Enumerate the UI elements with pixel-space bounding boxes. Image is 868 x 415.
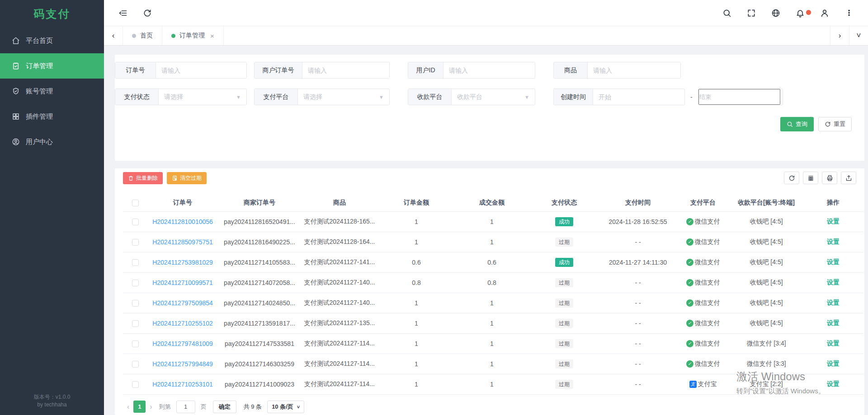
order-amount: 1 xyxy=(378,293,455,313)
tab-order-management[interactable]: 订单管理 × xyxy=(162,26,224,45)
table-refresh-icon[interactable] xyxy=(784,172,799,184)
row-checkbox[interactable] xyxy=(132,300,139,307)
tabs-scroll-left-icon[interactable]: ‹ xyxy=(104,26,123,45)
status-badge: 过期 xyxy=(555,298,573,308)
order-no-link[interactable]: H2024112797481009 xyxy=(152,340,213,347)
order-amount: 1 xyxy=(378,333,455,354)
chevron-down-icon: ▼ xyxy=(379,94,384,100)
row-checkbox[interactable] xyxy=(132,320,139,327)
search-icon[interactable] xyxy=(722,9,731,18)
row-checkbox[interactable] xyxy=(132,340,139,347)
filter-receive-platform[interactable]: 收款平台 收款平台 ▼ xyxy=(408,89,535,105)
refresh-icon[interactable] xyxy=(143,9,152,18)
sidebar-item-user-center[interactable]: 用户中心 xyxy=(0,129,104,154)
product-input[interactable] xyxy=(588,62,680,78)
select-all-checkbox[interactable] xyxy=(132,200,139,206)
page-size-select[interactable]: 10 条/页 ˅ xyxy=(267,401,304,413)
settings-link[interactable]: 设置 xyxy=(827,360,840,367)
goto-label: 到第 xyxy=(159,403,171,411)
user-id-input[interactable] xyxy=(443,62,535,78)
settings-link[interactable]: 设置 xyxy=(827,258,840,266)
pagination: ‹ 1 › 到第 页 确定 共 9 条 10 条/页 ˅ xyxy=(123,401,856,413)
filter-pay-platform[interactable]: 支付平台 请选择 ▼ xyxy=(254,89,390,105)
user-icon[interactable] xyxy=(820,9,829,18)
order-icon xyxy=(12,62,20,70)
settings-link[interactable]: 设置 xyxy=(827,319,840,326)
printer-icon[interactable] xyxy=(822,172,837,184)
more-vertical-icon[interactable]: ⋮ xyxy=(844,9,854,18)
order-amount: 1 xyxy=(378,313,455,333)
wechat-icon xyxy=(686,340,693,347)
clear-expired-button[interactable]: 清空过期 xyxy=(167,172,207,184)
date-start-input[interactable] xyxy=(593,89,684,105)
tabs-menu-chevron-down-icon[interactable]: ˅ xyxy=(849,26,868,45)
platform-name: 微信支付 xyxy=(695,258,720,266)
date-end-input[interactable] xyxy=(698,89,780,105)
columns-icon[interactable] xyxy=(803,172,818,184)
batch-delete-button[interactable]: 批量删除 xyxy=(123,172,163,184)
order-no-link[interactable]: H2024112810010056 xyxy=(152,218,213,225)
wechat-icon xyxy=(686,218,693,225)
settings-link[interactable]: 设置 xyxy=(827,340,840,347)
confirm-page-button[interactable]: 确定 xyxy=(213,401,236,413)
row-checkbox[interactable] xyxy=(132,361,139,368)
account-terminal: 收钱吧 [4:5] xyxy=(730,272,803,293)
sidebar: 码支付 平台首页 订单管理 账号管理 插件管理 用户中心 xyxy=(0,0,104,415)
reset-button[interactable]: 重置 xyxy=(818,117,852,131)
settings-link[interactable]: 设置 xyxy=(827,238,840,245)
order-no-link[interactable]: H2024112710099571 xyxy=(152,279,213,286)
next-page-icon[interactable]: › xyxy=(146,403,156,411)
total-count-label: 共 9 条 xyxy=(244,403,262,411)
export-icon[interactable] xyxy=(841,172,856,184)
row-checkbox[interactable] xyxy=(132,280,139,286)
prev-page-icon[interactable]: ‹ xyxy=(123,403,133,411)
filter-pay-status[interactable]: 支付状态 请选择 ▼ xyxy=(115,89,247,105)
settings-link[interactable]: 设置 xyxy=(827,279,840,286)
tabs-scroll-right-icon[interactable]: › xyxy=(830,26,849,45)
pay-time: - - xyxy=(599,374,676,394)
table-toolbar: 批量删除 清空过期 xyxy=(123,172,856,184)
goto-page-input[interactable] xyxy=(176,401,195,413)
order-no-link[interactable]: H2024112850975751 xyxy=(152,238,213,246)
sidebar-item-account-management[interactable]: 账号管理 xyxy=(0,79,104,104)
order-no-link[interactable]: H2024112797509854 xyxy=(152,299,213,307)
tab-close-icon[interactable]: × xyxy=(210,32,214,40)
globe-icon[interactable] xyxy=(771,9,780,18)
bell-icon[interactable] xyxy=(796,9,805,18)
product-name: 支付测试20241127-140... xyxy=(301,293,378,313)
paid-amount: 1 xyxy=(455,232,529,252)
order-no-link[interactable]: H2024112710255102 xyxy=(152,320,213,327)
version-author: by techhaha xyxy=(0,401,104,409)
settings-link[interactable]: 设置 xyxy=(827,218,840,225)
filter-merchant-order-no: 商户订单号 xyxy=(254,62,390,79)
tab-home[interactable]: 首页 xyxy=(123,26,162,45)
merchant-order-no-input[interactable] xyxy=(302,62,389,78)
collapse-sidebar-icon[interactable] xyxy=(118,9,127,18)
status-badge: 过期 xyxy=(555,380,573,389)
version-number: 版本号：v1.0.0 xyxy=(0,393,104,401)
order-no-link[interactable]: H2024112757994849 xyxy=(152,360,213,368)
filter-product: 商品 xyxy=(553,62,681,79)
order-no-input[interactable] xyxy=(156,62,246,78)
fullscreen-icon[interactable] xyxy=(747,9,756,18)
sidebar-item-plugin-management[interactable]: 插件管理 xyxy=(0,104,104,129)
settings-link[interactable]: 设置 xyxy=(827,299,840,306)
order-amount: 0.6 xyxy=(378,252,455,272)
sidebar-item-platform-home[interactable]: 平台首页 xyxy=(0,28,104,53)
select-all-cell xyxy=(123,194,147,211)
order-no-link[interactable]: H2024112753981029 xyxy=(152,259,213,266)
wechat-icon xyxy=(686,259,693,266)
settings-link[interactable]: 设置 xyxy=(827,380,840,387)
search-button[interactable]: 查询 xyxy=(780,117,814,131)
sidebar-item-order-management[interactable]: 订单管理 xyxy=(0,53,104,79)
order-no-link[interactable]: H2024112710253101 xyxy=(152,381,213,388)
row-checkbox[interactable] xyxy=(132,259,139,266)
row-checkbox[interactable] xyxy=(132,239,139,246)
status-badge: 过期 xyxy=(555,359,573,368)
product-name: 支付测试20241127-114... xyxy=(301,354,378,374)
page-number-button[interactable]: 1 xyxy=(133,401,146,413)
product-name: 支付测试20241127-135... xyxy=(301,313,378,333)
order-amount: 0.8 xyxy=(378,272,455,293)
row-checkbox[interactable] xyxy=(132,219,139,225)
row-checkbox[interactable] xyxy=(132,381,139,388)
